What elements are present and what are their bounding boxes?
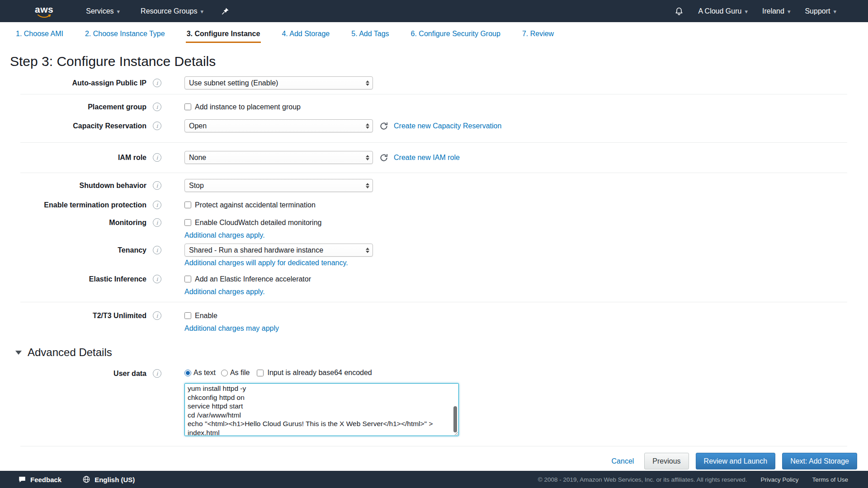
language-label: English (US) <box>94 476 135 483</box>
info-icon[interactable] <box>153 181 161 190</box>
info-icon[interactable] <box>153 218 161 227</box>
termination-protection-checkbox-label: Protect against accidental termination <box>195 201 316 209</box>
tenancy-row: Tenancy Shared - Run a shared hardware i… <box>20 244 847 267</box>
user-data-row: User data As text As file Input is alrea… <box>20 367 847 438</box>
placement-group-checkbox-input[interactable] <box>184 103 191 110</box>
placement-group-checkbox[interactable]: Add instance to placement group <box>184 103 301 111</box>
info-icon[interactable] <box>153 275 161 283</box>
wizard-actions: Cancel Previous Review and Launch Next: … <box>0 453 857 469</box>
termination-protection-checkbox-input[interactable] <box>184 202 191 208</box>
page-title: Step 3: Configure Instance Details <box>10 54 868 69</box>
review-and-launch-button[interactable]: Review and Launch <box>696 453 776 469</box>
notifications-button[interactable] <box>675 7 684 16</box>
select-value: Stop <box>189 182 204 190</box>
next-add-storage-button[interactable]: Next: Add Storage <box>782 453 857 469</box>
chevron-down-icon <box>197 7 203 15</box>
textarea-scrollbar-thumb[interactable] <box>453 406 457 432</box>
monitoring-label: Monitoring <box>20 216 146 229</box>
refresh-icon[interactable] <box>379 122 388 131</box>
select-value: None <box>189 154 206 162</box>
base64-encoded-checkbox[interactable]: Input is already base64 encoded <box>257 369 372 377</box>
select-value: Use subnet setting (Enable) <box>189 79 278 87</box>
pin-shortcut-button[interactable] <box>222 7 229 15</box>
account-menu[interactable]: A Cloud Guru <box>698 7 748 15</box>
refresh-icon[interactable] <box>379 153 388 162</box>
info-icon[interactable] <box>153 122 161 130</box>
step-tab-review[interactable]: 7. Review <box>521 28 555 43</box>
info-icon[interactable] <box>153 103 161 111</box>
language-button[interactable]: English (US) <box>82 475 135 483</box>
placement-group-label: Placement group <box>20 100 146 113</box>
step-tab-choose-ami[interactable]: 1. Choose AMI <box>15 28 64 43</box>
services-menu[interactable]: Services <box>86 7 120 15</box>
step-tab-configure-instance[interactable]: 3. Configure Instance <box>186 28 261 43</box>
feedback-bubble-icon <box>18 475 26 483</box>
info-icon[interactable] <box>153 246 161 254</box>
as-text-radio[interactable]: As text <box>184 369 216 377</box>
monitoring-checkbox[interactable]: Enable CloudWatch detailed monitoring <box>184 219 321 227</box>
chevron-down-icon <box>784 7 791 15</box>
info-icon[interactable] <box>153 369 161 378</box>
info-icon[interactable] <box>153 153 161 162</box>
monitoring-charges-link[interactable]: Additional charges apply. <box>184 231 265 239</box>
as-file-radio-label: As file <box>230 369 250 377</box>
create-capacity-reservation-link[interactable]: Create new Capacity Reservation <box>394 122 501 130</box>
as-file-radio[interactable]: As file <box>221 369 250 377</box>
console-footer: Feedback English (US) © 2008 - 2019, Ama… <box>0 471 868 488</box>
termination-protection-checkbox[interactable]: Protect against accidental termination <box>184 201 316 209</box>
terms-of-use-link[interactable]: Terms of Use <box>812 476 848 483</box>
info-icon[interactable] <box>153 79 161 87</box>
previous-button[interactable]: Previous <box>644 453 689 469</box>
elastic-inference-checkbox[interactable]: Add an Elastic Inference accelerator <box>184 275 311 283</box>
resource-groups-menu[interactable]: Resource Groups <box>141 7 203 15</box>
privacy-policy-link[interactable]: Privacy Policy <box>760 476 798 483</box>
monitoring-checkbox-input[interactable] <box>184 219 191 226</box>
info-icon[interactable] <box>153 201 161 209</box>
elastic-inference-charges-link[interactable]: Additional charges apply. <box>184 288 265 296</box>
t2-t3-enable-checkbox-input[interactable] <box>184 312 191 319</box>
t2-t3-enable-checkbox[interactable]: Enable <box>184 312 217 320</box>
step-tab-choose-instance-type[interactable]: 2. Choose Instance Type <box>84 28 166 43</box>
advanced-details-toggle[interactable]: Advanced Details <box>15 346 868 359</box>
elastic-inference-label: Elastic Inference <box>20 272 146 286</box>
shutdown-behavior-select[interactable]: Stop <box>184 179 373 192</box>
elastic-inference-row: Elastic Inference Add an Elastic Inferen… <box>20 272 847 296</box>
user-data-textarea[interactable]: yum install httpd -y chkconfig httpd on … <box>184 383 459 436</box>
support-menu[interactable]: Support <box>805 7 836 15</box>
auto-assign-public-ip-select[interactable]: Use subnet setting (Enable) <box>184 76 373 89</box>
capacity-reservation-label: Capacity Reservation <box>20 119 146 132</box>
t2-t3-charges-link[interactable]: Additional charges may apply <box>184 324 279 333</box>
tenancy-select[interactable]: Shared - Run a shared hardware instance <box>184 244 373 257</box>
t2-t3-unlimited-label: T2/T3 Unlimited <box>20 309 146 322</box>
cancel-link[interactable]: Cancel <box>612 457 634 465</box>
aws-logo[interactable]: aws <box>35 5 53 18</box>
step-tab-add-storage[interactable]: 4. Add Storage <box>281 28 330 43</box>
select-arrows-icon <box>366 80 369 86</box>
auto-assign-public-ip-row: Auto-assign Public IP Use subnet setting… <box>20 76 847 89</box>
info-icon[interactable] <box>153 311 161 320</box>
select-arrows-icon <box>366 183 369 188</box>
step-tab-add-tags[interactable]: 5. Add Tags <box>350 28 390 43</box>
elastic-inference-checkbox-input[interactable] <box>184 276 191 282</box>
feedback-label: Feedback <box>30 476 61 483</box>
tenancy-charges-link[interactable]: Additional charges will apply for dedica… <box>184 259 348 267</box>
capacity-reservation-select[interactable]: Open <box>184 119 373 132</box>
aws-logo-text: aws <box>35 5 53 14</box>
as-text-radio-input[interactable] <box>184 370 191 376</box>
navbar-right: A Cloud Guru Ireland Support <box>675 7 836 16</box>
user-data-label: User data <box>20 367 146 380</box>
select-value: Open <box>189 122 207 130</box>
divider <box>20 142 847 143</box>
iam-role-select[interactable]: None <box>184 151 373 164</box>
region-menu[interactable]: Ireland <box>762 7 790 15</box>
step-tab-configure-security-group[interactable]: 6. Configure Security Group <box>410 28 501 43</box>
feedback-button[interactable]: Feedback <box>18 475 61 483</box>
as-file-radio-input[interactable] <box>221 370 228 376</box>
services-menu-label: Services <box>86 7 113 15</box>
base64-encoded-checkbox-input[interactable] <box>257 370 264 376</box>
monitoring-row: Monitoring Enable CloudWatch detailed mo… <box>20 216 847 239</box>
base64-encoded-checkbox-label: Input is already base64 encoded <box>267 369 372 377</box>
t2-t3-enable-checkbox-label: Enable <box>195 312 217 320</box>
create-iam-role-link[interactable]: Create new IAM role <box>394 154 460 162</box>
top-navbar: aws Services Resource Groups A Cloud Gur… <box>0 0 868 22</box>
